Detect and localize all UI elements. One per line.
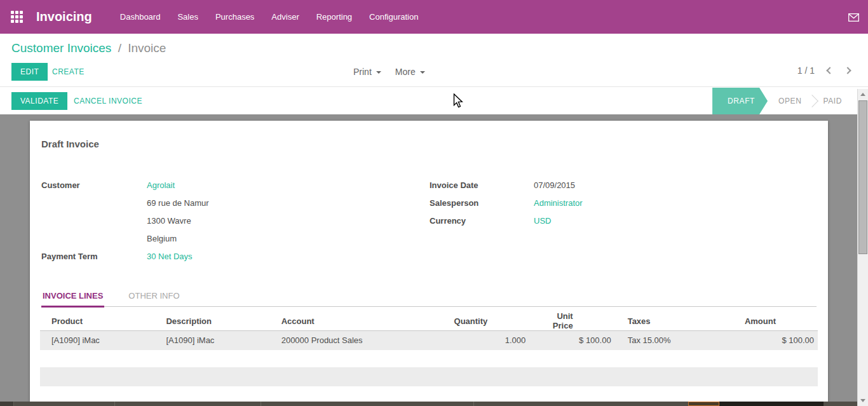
print-label: Print: [353, 67, 372, 77]
payment-term-label: Payment Term: [41, 248, 147, 266]
scrollbar-thumb[interactable]: [858, 100, 867, 254]
cancel-invoice-button[interactable]: CANCEL INVOICE: [67, 92, 149, 110]
taskbar-segment[interactable]: [0, 402, 14, 406]
customer-link[interactable]: Agrolait: [147, 177, 175, 194]
state-draft[interactable]: DRAFT: [712, 88, 768, 114]
taskbar-separator: [114, 402, 115, 406]
currency-label: Currency: [430, 212, 534, 230]
invoice-date-value: 07/09/2015: [534, 177, 575, 194]
vertical-scrollbar[interactable]: [857, 89, 868, 406]
taskbar-separator: [261, 402, 261, 406]
cell-product: [A1090] iMac: [40, 331, 154, 350]
address-country: Belgium: [147, 230, 177, 248]
col-quantity: Quantity: [435, 311, 530, 331]
validate-button[interactable]: VALIDATE: [11, 92, 67, 110]
breadcrumb-current: Invoice: [128, 41, 166, 55]
create-button[interactable]: CREATE: [46, 63, 91, 81]
invoice-line-row[interactable]: [A1090] iMac [A1090] iMac 200000 Product…: [40, 331, 818, 350]
more-label: More: [395, 67, 416, 77]
cell-amount: $ 100.00: [733, 331, 818, 350]
state-paid[interactable]: PAID: [812, 97, 853, 105]
taskbar-separator: [473, 402, 474, 406]
breadcrumb-customer-invoices[interactable]: Customer Invoices: [11, 41, 111, 55]
pager: 1 / 1: [797, 65, 850, 76]
caret-down-icon: [376, 71, 381, 74]
nav-item-reporting[interactable]: Reporting: [316, 12, 352, 22]
col-taxes: Taxes: [615, 311, 733, 331]
field-group-left: Customer Agrolait 69 rue de Namur 1300 W…: [41, 177, 209, 266]
totals-placeholder-bar: [40, 367, 818, 386]
scroll-up-button[interactable]: [858, 89, 868, 100]
field-group-right: Invoice Date 07/09/2015 Salesperson Admi…: [430, 177, 583, 230]
nav-item-configuration[interactable]: Configuration: [369, 12, 418, 22]
col-product: Product: [40, 311, 154, 331]
payment-term-link[interactable]: 30 Net Days: [147, 248, 193, 266]
nav-item-sales[interactable]: Sales: [177, 12, 198, 22]
address-street: 69 rue de Namur: [147, 194, 209, 212]
customer-label: Customer: [41, 177, 147, 194]
print-dropdown[interactable]: Print: [353, 67, 381, 77]
invoice-title: Draft Invoice: [41, 139, 99, 149]
triangle-up-icon: [860, 93, 865, 96]
tab-other-info[interactable]: OTHER INFO: [127, 287, 180, 306]
cell-quantity: 1.000: [435, 331, 530, 350]
col-amount: Amount: [733, 311, 818, 331]
taskbar-active-window-button[interactable]: [688, 402, 719, 406]
messages-button[interactable]: [848, 13, 859, 24]
cell-taxes: Tax 15.00%: [615, 331, 733, 350]
cell-unit-price: $ 100.00: [529, 331, 614, 350]
invoice-lines-table: Product Description Account Quantity Uni…: [40, 311, 818, 350]
nav-menu: Dashboard Sales Purchases Adviser Report…: [120, 12, 419, 22]
envelope-icon: [848, 13, 859, 22]
scroll-down-button[interactable]: [858, 395, 868, 406]
salesperson-link[interactable]: Administrator: [534, 194, 583, 212]
table-header-row: Product Description Account Quantity Uni…: [40, 311, 818, 331]
pager-counter[interactable]: 1 / 1: [797, 65, 815, 76]
triangle-down-icon: [860, 399, 865, 402]
address-city: 1300 Wavre: [147, 212, 191, 230]
caret-down-icon: [420, 71, 425, 74]
action-dropdowns: Print More: [353, 67, 425, 77]
main-content: Draft Invoice Customer Agrolait 69 rue d…: [0, 114, 857, 402]
breadcrumb: Customer Invoices / Invoice: [11, 41, 166, 55]
control-panel: Customer Invoices / Invoice EDIT CREATE …: [0, 34, 868, 87]
breadcrumb-separator: /: [118, 41, 121, 55]
nav-item-adviser[interactable]: Adviser: [271, 12, 299, 22]
notebook-tabs: INVOICE LINES OTHER INFO: [41, 287, 817, 307]
chevron-left-icon pager-previous-button[interactable]: [826, 67, 833, 74]
top-navbar: Invoicing Dashboard Sales Purchases Advi…: [0, 0, 868, 34]
status-bar: VALIDATE CANCEL INVOICE DRAFT OPEN PAID: [0, 88, 857, 114]
col-unit-price: Unit Price: [529, 311, 614, 331]
apps-menu-button[interactable]: [11, 11, 23, 23]
currency-link[interactable]: USD: [534, 212, 551, 230]
status-widget: DRAFT OPEN PAID: [712, 88, 853, 114]
cell-description: [A1090] iMac: [154, 331, 269, 350]
edit-button[interactable]: EDIT: [11, 63, 48, 81]
apps-grid-icon: [11, 11, 23, 23]
nav-item-purchases[interactable]: Purchases: [215, 12, 254, 22]
app-name[interactable]: Invoicing: [36, 10, 92, 24]
tab-invoice-lines[interactable]: INVOICE LINES: [41, 287, 104, 308]
invoice-sheet: Draft Invoice Customer Agrolait 69 rue d…: [30, 121, 828, 402]
os-taskbar: [0, 402, 857, 406]
chevron-right-icon pager-next-button[interactable]: [844, 67, 851, 74]
more-dropdown[interactable]: More: [395, 67, 425, 77]
salesperson-label: Salesperson: [430, 194, 534, 212]
col-description: Description: [154, 311, 269, 331]
invoice-date-label: Invoice Date: [430, 177, 534, 194]
cell-account: 200000 Product Sales: [270, 331, 435, 350]
nav-item-dashboard[interactable]: Dashboard: [120, 12, 161, 22]
col-account: Account: [270, 311, 435, 331]
taskbar-window-button[interactable]: [719, 402, 824, 406]
